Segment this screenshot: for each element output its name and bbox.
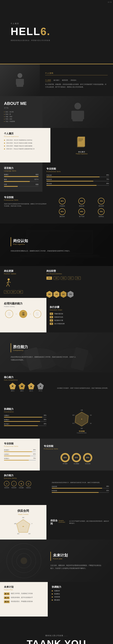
supply-right-title: 供应合同 <box>50 519 58 525</box>
exec-bar-1: 目标管理88% <box>52 486 109 488</box>
coord-text-3: 冲突管理 <box>54 596 60 598</box>
skill-bar-2: 数据处理75% <box>46 178 109 182</box>
timeline-item-3: 2016-2018 XX集团 市场主管 负责区域营销 <box>4 145 46 147</box>
timeline-item-2: 2014-2016 XX公司 市场专员 积累工作经验 <box>4 142 46 144</box>
job-title-cn: 岗位认知 <box>13 238 28 243</box>
slide-skills: 专业技能 Professional Skills 具备扎实的专业基础知识和丰富的… <box>0 192 113 224</box>
position-hexagons: 调研 分析 执行 评估 <box>46 282 109 298</box>
cover-dot: . <box>47 26 50 37</box>
future2-plan-1: 第一年 熟悉工作环境，完成基础工作目标 <box>4 592 44 595</box>
problem-right: 执行步骤 Execution Steps 01 明确问题目标 02 收集相关信息… <box>46 298 113 332</box>
competency-title-box: 胜任能力 Competency <box>10 343 30 352</box>
step-num-4: 04 <box>50 322 53 325</box>
timeline-dot-4 <box>4 148 5 150</box>
nav-tab-ability[interactable]: 能力展示 <box>54 79 60 82</box>
skill-track-3 <box>46 185 109 186</box>
core-icon-row: ★ 领导力 ◆ 创新力 ▲ 执行力 ● 学习力 <box>4 383 49 392</box>
icon-label-2: 创新力 <box>20 390 24 392</box>
radar-center-sub: Professional Skills <box>72 432 92 434</box>
nav-tab-education[interactable]: 教育背景 <box>62 79 68 82</box>
nav-tab-resume[interactable]: 个人简历 <box>45 79 51 82</box>
timeline-item-4: 2018-至今 XX企业 市场经理 全面统筹市场工作 <box>4 148 46 150</box>
exec-track-2 <box>52 492 109 493</box>
pos-tag-3: 服务 <box>17 290 23 294</box>
svg-rect-3 <box>22 79 24 85</box>
coord-track-3 <box>4 425 46 426</box>
hex-4: 评估 <box>68 291 74 298</box>
svg-line-20 <box>6 284 8 286</box>
core-title-cn: 核心能力 <box>4 376 49 379</box>
lang-title-cn: 语言能力 <box>4 166 38 170</box>
skills-left: 专业技能 Professional Skills 具备扎实的专业基础知识和丰富的… <box>0 192 50 224</box>
history-left: 个人履历 Personal Experience 2010-2014 XX大学 … <box>0 128 50 162</box>
prof-title-cn: 专业技能 <box>4 442 36 445</box>
coord-title-cn: 协调能力 <box>4 408 46 410</box>
icon-learning: ● <box>37 383 44 389</box>
exec-desc: 具备强烈的目标意识和执行力，能够高效完成各项工作任务，确保工作质量和进度。 <box>52 482 109 484</box>
cover-title-text: HELL <box>10 26 40 37</box>
svg-text:执行: 执行 <box>28 533 31 534</box>
prof-donut-2: 85% Excel数据 <box>72 453 81 465</box>
profile-right-content: 个人资料 个人简历 能力展示 教育背景 求职意向 本人性格开朗，积极进取，具有良… <box>40 64 113 96</box>
timeline-item-1: 2010-2014 XX大学 市场营销专业 本科毕业 <box>4 139 46 141</box>
book-icon-container: 岗位履历 Position Experience <box>76 136 88 154</box>
exec-bar-2: 时间管理82% <box>52 490 109 493</box>
arrow-1: → <box>15 313 17 315</box>
supply-right-sub: Supply Contract <box>58 520 69 523</box>
thank-prefix: TAANK <box>27 638 62 644</box>
skills-title-cn: 专业技能 <box>46 167 109 170</box>
coord-left: 协调能力 Coordination 沟通能力90% 协调能力85% 执行能力80… <box>0 404 50 439</box>
competency-content: 胜任能力 Competency 具备优秀的综合素质和专业能力，能够快速适应工作环… <box>0 338 113 367</box>
profile-nav-tabs: 个人简历 能力展示 教育背景 求职意向 <box>45 79 108 82</box>
icon-label-1: 领导力 <box>11 390 14 392</box>
exec-icon-shape-3: ⊕ <box>18 481 24 486</box>
future2-left: 未来计划 Future Plan 第一年 熟悉工作环境，完成基础工作目标 第二年… <box>0 582 48 616</box>
skill-label-3: 团队管理80% <box>46 183 109 185</box>
future2-plan-year-1: 第一年 <box>4 592 10 595</box>
nav-tab-job[interactable]: 求职意向 <box>70 79 76 82</box>
timeline-text-3: 2016-2018 XX集团 市场主管 负责区域营销 <box>6 145 32 147</box>
core-icon-1: ★ 领导力 <box>9 383 16 392</box>
prof-donut-row: 90% PPT制作 85% Excel数据 95% Word文档 <box>44 453 109 465</box>
supply-left: 供应合同 Supply Contract 目标 计划 执行 监控 改善 目标 <box>0 505 46 540</box>
svg-text:协调: 协调 <box>90 414 92 416</box>
lang-track-3 <box>4 186 38 187</box>
future2-right-list: 沟通协作 资源整合 冲突管理 团队建设 <box>52 590 109 601</box>
exec-step-3: 03 制定解决方案 <box>50 319 110 322</box>
coord-dot-3 <box>52 596 53 598</box>
exec-right: 具备强烈的目标意识和执行力，能够高效完成各项工作任务，确保工作质量和进度。 目标… <box>48 470 113 505</box>
coord-right: 沟通 协调 执行 创新 学习 领导 专业技能 Professional Skil… <box>50 404 113 439</box>
slide-future: 未来计划 Future plan 立足当前，着眼未来，制定科学合理的职业发展规划… <box>0 540 113 582</box>
slide-history: 个人履历 Personal Experience 2010-2014 XX大学 … <box>0 128 113 162</box>
exec-icon-label-3: 任务拆解 <box>19 487 24 489</box>
svg-text:改善: 改善 <box>14 523 16 524</box>
position-tags-right: 调研 分析 策划 执行 评估 <box>46 276 109 280</box>
hex-1: 调研 <box>46 291 52 298</box>
donut-ppt: 90% <box>60 453 70 462</box>
svg-rect-1 <box>16 79 23 87</box>
skill-item-4: 85% 团队协作 <box>53 208 71 218</box>
svg-text:目标: 目标 <box>22 526 24 527</box>
problem-right-sub: Execution Steps <box>50 309 110 311</box>
pentagon-chart-svg: 目标 计划 执行 监控 改善 目标 <box>14 517 32 536</box>
slide-coord: 协调能力 Coordination 沟通能力90% 协调能力85% 执行能力80… <box>0 404 113 439</box>
prof-title-en: Professional Skills <box>4 446 36 447</box>
svg-text:计划: 计划 <box>32 523 32 524</box>
future-title-cn: 未来计划 <box>53 553 68 558</box>
radar-center-label: 专业技能 <box>72 430 92 432</box>
prof-right-title: 专业技能 <box>44 444 109 448</box>
problem-left: 处理问题的能力 Problem Solving 发现问题 → 分析问题 → 解决… <box>0 298 46 332</box>
icon-innovation: ◆ <box>18 383 25 389</box>
core-right: 在长期的工作实践中，积累了丰富的行业经验和专业知识，形成了独特的核心竞争优势。 <box>53 372 113 404</box>
skill-item-3: 75% 项目管理 <box>92 198 110 207</box>
pos-tag-5: 分析 <box>54 276 59 280</box>
icon-label-4: 学习力 <box>39 390 42 392</box>
coord-fill-1 <box>4 417 42 418</box>
coord-item-4: 团队建设 <box>52 599 109 601</box>
donut-label-2: Excel数据 <box>72 463 81 465</box>
history-title-en: Personal Experience <box>4 136 46 137</box>
skill-fill-3 <box>46 185 96 186</box>
pos-tag-2: 技术 <box>10 290 16 294</box>
skill-track-2 <box>46 181 109 182</box>
skills-title-en: Professional Skills <box>46 171 109 172</box>
